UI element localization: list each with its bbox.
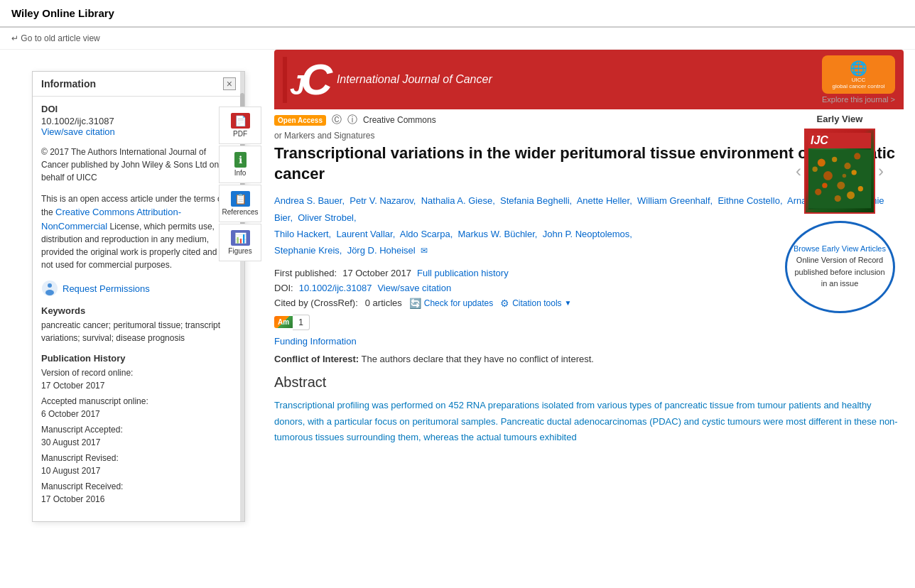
browse-early-view-link[interactable]: Browse Early View Articles — [794, 244, 886, 253]
citation-tools-button[interactable]: ⚙ Citation tools ▼ — [500, 298, 571, 309]
sidebar-close-button[interactable]: × — [223, 77, 236, 90]
explore-journal-link[interactable]: Explore this journal > — [822, 95, 895, 104]
author-link-12[interactable]: Aldo Scarpa — [400, 229, 450, 239]
sidebar-title: Information — [41, 78, 96, 89]
author-link-14[interactable]: John P. Neoptolemos — [543, 229, 630, 239]
citation-tools-dropdown-icon: ▼ — [565, 299, 572, 307]
pub-history-item-0: Version of record online: 17 October 201… — [41, 366, 236, 392]
author-link-5[interactable]: William Greenhalf — [637, 195, 710, 206]
doi-label: DOI — [41, 104, 236, 114]
doi-value: 10.1002/ijc.31087 — [41, 116, 236, 126]
references-label: References — [222, 208, 258, 216]
license-text: This is an open access article under the… — [41, 192, 236, 271]
altmetric-score-value: 1 — [293, 315, 310, 330]
funding-information-link[interactable]: Funding Information — [274, 336, 357, 347]
check-updates-label: Check for updates — [424, 298, 493, 308]
pub-history-label: Publication History — [41, 353, 236, 364]
svg-point-1 — [48, 283, 52, 288]
sidebar-content: DOI 10.1002/ijc.31087 View/save citation… — [33, 97, 244, 521]
request-permissions-link[interactable]: Request Permissions — [63, 283, 150, 294]
svg-point-15 — [843, 174, 847, 178]
copyright-text: © 2017 The Authors International Journal… — [41, 146, 236, 184]
author-link-11[interactable]: Laurent Vallar — [336, 229, 392, 239]
pub-history-item-2: Manuscript Accepted: 30 August 2017 — [41, 423, 236, 449]
author-link-4[interactable]: Anette Heller — [577, 195, 629, 206]
references-nav-item[interactable]: 📋 References — [219, 185, 261, 222]
author-link-16[interactable]: Jörg D. Hoheisel — [347, 245, 416, 256]
cited-by-count: 0 articles — [365, 298, 402, 308]
abstract-text-highlighted: Transcriptional profiling was performed … — [274, 400, 898, 442]
author-link-9[interactable]: Oliver Strobel — [298, 212, 354, 223]
journal-logo-area: JC International Journal of Cancer — [283, 57, 492, 103]
information-sidebar: Information × DOI 10.1002/ijc.31087 View… — [32, 71, 245, 522]
journal-name: International Journal of Cancer — [337, 73, 492, 86]
license-section: This is an open access article under the… — [41, 192, 236, 271]
cover-artwork-svg — [808, 148, 871, 209]
old-article-view-link[interactable]: ↵ Go to old article view — [11, 33, 100, 43]
cc-circle-icon: Ⓒ — [332, 114, 342, 126]
svg-point-4 — [818, 159, 825, 167]
doi-link[interactable]: 10.1002/ijc.31087 — [299, 283, 372, 293]
info-label: Info — [234, 169, 247, 177]
site-header: Wiley Online Library — [0, 0, 915, 27]
site-title: Wiley Online Library — [11, 7, 114, 19]
author-link-0[interactable]: Andrea S. Bauer — [274, 195, 342, 206]
svg-point-7 — [823, 171, 833, 180]
abstract-text: Transcriptional profiling was performed … — [274, 398, 904, 445]
first-published-date: 17 October 2017 — [342, 268, 411, 278]
full-pub-history-link[interactable]: Full publication history — [417, 268, 509, 278]
old-article-view-bar: ↵ Go to old article view — [0, 28, 915, 50]
author-link-13[interactable]: Markus W. Büchler — [458, 229, 534, 239]
journal-cover-initials: IJC — [811, 134, 828, 147]
cc-license-link[interactable]: Creative Commons Attribution-NonCommerci… — [41, 207, 181, 232]
uicc-text: UICC — [829, 77, 888, 83]
early-view-panel: Early View ‹ IJC — [776, 114, 904, 313]
journal-cover-artwork — [808, 148, 871, 209]
pdf-icon: 📄 — [231, 113, 250, 129]
figures-nav-item[interactable]: 📊 Figures — [219, 224, 261, 261]
svg-point-12 — [835, 195, 841, 202]
early-view-title: Early View — [776, 114, 904, 124]
view-save-citation-link[interactable]: View/save citation — [41, 126, 115, 137]
uicc-subtext: global cancer control — [829, 83, 888, 89]
info-icon: ℹ — [234, 152, 247, 168]
journal-cover-header: IJC — [808, 133, 871, 148]
pub-history-item-4: Manuscript Received: 17 October 2016 — [41, 480, 236, 506]
keywords-value: pancreatic cancer; peritumoral tissue; t… — [41, 319, 236, 344]
carousel-prev-arrow[interactable]: ‹ — [796, 161, 801, 181]
check-updates-button[interactable]: 🔄 Check for updates — [409, 298, 493, 309]
svg-point-5 — [832, 157, 837, 162]
altmetric-am-label: Am — [274, 316, 293, 328]
author-link-2[interactable]: Nathalia A. Giese — [421, 195, 492, 206]
info-nav-item[interactable]: ℹ Info — [219, 146, 261, 183]
globe-icon: 🌐 — [829, 60, 888, 77]
altmetric-row: Am 1 — [274, 315, 904, 330]
conflict-label: Conflict of Interest: — [274, 354, 359, 364]
author-link-15[interactable]: Stephanie Kreis — [274, 245, 340, 256]
references-icon: 📋 — [231, 191, 250, 207]
author-link-3[interactable]: Stefania Beghelli — [500, 195, 570, 206]
article-area: JC International Journal of Cancer 🌐 UIC… — [263, 50, 915, 588]
author-link-6[interactable]: Eithne Costello — [718, 195, 779, 206]
conflict-text: Conflict of Interest: The authors declar… — [274, 352, 904, 366]
author-link-10[interactable]: Thilo Hackert — [274, 229, 329, 239]
svg-point-11 — [858, 186, 863, 191]
pdf-nav-item[interactable]: 📄 PDF — [219, 107, 261, 144]
figures-icon: 📊 — [231, 230, 250, 246]
author-link-1[interactable]: Petr V. Nazarov — [350, 195, 413, 206]
keywords-section: Keywords pancreatic cancer; peritumoral … — [41, 305, 236, 344]
uicc-badge: 🌐 UICC global cancer control — [822, 55, 895, 94]
svg-point-16 — [854, 153, 860, 159]
keywords-label: Keywords — [41, 305, 236, 316]
pub-history-item-3: Manuscript Revised: 10 August 2017 — [41, 452, 236, 477]
open-access-badge: Open Access — [274, 115, 326, 126]
vertical-nav: 📄 PDF ℹ Info 📋 References 📊 Figures — [219, 107, 261, 263]
journal-initials: JC — [287, 58, 328, 102]
conflict-value: The authors declare that they have no co… — [362, 354, 594, 364]
cc-info-icon: ⓘ — [347, 114, 357, 126]
early-view-carousel: ‹ IJC — [776, 129, 904, 214]
svg-point-8 — [852, 170, 857, 175]
article-view-save-link[interactable]: View/save citation — [377, 283, 451, 293]
carousel-next-arrow[interactable]: › — [878, 161, 884, 181]
pdf-label: PDF — [233, 130, 247, 138]
